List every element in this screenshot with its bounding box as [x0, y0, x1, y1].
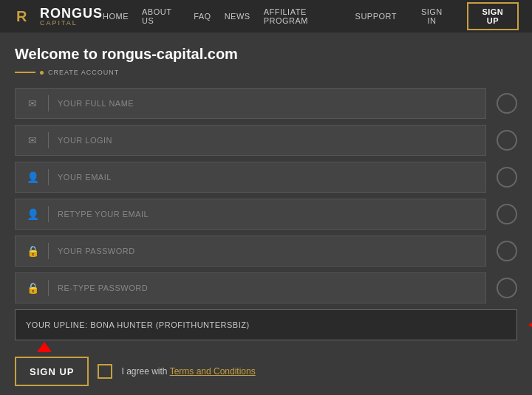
fullname-input[interactable]	[58, 99, 475, 108]
login-input[interactable]	[58, 136, 475, 145]
upline-box: YOUR UPLINE: BONA HUNTER (PROFITHUNTERSB…	[15, 309, 517, 340]
logo: R RONGUS CAPITAL	[13, 5, 103, 27]
terms-link[interactable]: Terms and Conditions	[170, 366, 256, 377]
logo-text: RONGUS CAPITAL	[40, 7, 103, 27]
password-field: 🔒	[15, 236, 486, 267]
retype-email-indicator	[497, 204, 517, 224]
retype-email-icon: 👤	[26, 208, 39, 220]
signup-up-arrow	[37, 342, 52, 352]
nav-support[interactable]: SUPPORT	[355, 12, 397, 21]
email-icon: 👤	[26, 171, 39, 183]
password-indicator	[497, 241, 517, 261]
retype-password-row: 🔒	[15, 272, 517, 303]
password-row: 🔒	[15, 236, 517, 267]
nav-home[interactable]: HOME	[103, 12, 129, 21]
svg-text:R: R	[16, 8, 27, 24]
fullname-field: ✉	[15, 88, 486, 119]
email-field: 👤	[15, 162, 486, 193]
field-divider-2	[48, 132, 49, 148]
breadcrumb-text: CREATE ACCOUNT	[48, 69, 119, 76]
signup-button[interactable]: SIGN UP	[15, 357, 89, 386]
navigation: HOME ABOUT US FAQ NEWS AFFILIATE PROGRAM…	[103, 2, 519, 30]
arrow-up-shape	[37, 342, 52, 352]
field-divider-3	[48, 169, 49, 185]
registration-form: ✉ ✉ 👤 👤	[15, 88, 517, 386]
page-title: Welcome to rongus-capital.com	[15, 46, 517, 63]
terms-prefix: I agree with	[121, 366, 169, 377]
retype-password-indicator	[497, 278, 517, 298]
signup-nav-button[interactable]: SIGN UP	[467, 2, 519, 30]
field-divider-5	[48, 243, 49, 259]
nav-faq[interactable]: FAQ	[194, 12, 211, 21]
fullname-row: ✉	[15, 88, 517, 119]
nav-about[interactable]: ABOUT US	[142, 7, 180, 25]
logo-name: RONGUS	[40, 7, 103, 20]
bottom-row: SIGN UP I agree with Terms and Condition…	[15, 357, 517, 386]
retype-password-input[interactable]	[58, 284, 475, 292]
login-indicator	[497, 130, 517, 151]
signin-button[interactable]: SIGN IN	[410, 4, 454, 29]
email-row: 👤	[15, 162, 517, 193]
password-input[interactable]	[58, 247, 475, 255]
retype-email-input[interactable]	[58, 210, 475, 219]
retype-email-field: 👤	[15, 199, 486, 230]
field-divider	[48, 95, 49, 111]
upline-text: YOUR UPLINE: BONA HUNTER (PROFITHUNTERSB…	[26, 320, 250, 329]
breadcrumb-dot	[40, 71, 44, 75]
email-input[interactable]	[58, 173, 475, 182]
fullname-indicator	[497, 93, 517, 114]
field-divider-6	[48, 280, 49, 296]
terms-text: I agree with Terms and Conditions	[121, 366, 255, 377]
upline-row: YOUR UPLINE: BONA HUNTER (PROFITHUNTERSB…	[15, 309, 517, 340]
upline-arrow-indicator	[528, 320, 532, 330]
password-icon: 🔒	[26, 245, 39, 257]
breadcrumb-line	[15, 72, 35, 73]
retype-password-field: 🔒	[15, 272, 486, 303]
email-indicator	[497, 167, 517, 188]
logo-sub: CAPITAL	[40, 20, 103, 27]
retype-email-row: 👤	[15, 199, 517, 230]
fullname-icon: ✉	[26, 97, 39, 109]
nav-news[interactable]: NEWS	[225, 12, 250, 21]
main-content: Welcome to rongus-capital.com CREATE ACC…	[0, 32, 532, 395]
terms-checkbox[interactable]	[98, 364, 112, 379]
login-field: ✉	[15, 125, 486, 156]
login-row: ✉	[15, 125, 517, 156]
retype-password-icon: 🔒	[26, 282, 39, 294]
field-divider-4	[48, 206, 49, 222]
logo-icon: R	[13, 5, 35, 27]
header: R RONGUS CAPITAL HOME ABOUT US FAQ NEWS …	[0, 0, 532, 32]
breadcrumb: CREATE ACCOUNT	[15, 69, 517, 76]
login-icon: ✉	[26, 134, 39, 146]
nav-affiliate[interactable]: AFFILIATE PROGRAM	[264, 7, 342, 25]
